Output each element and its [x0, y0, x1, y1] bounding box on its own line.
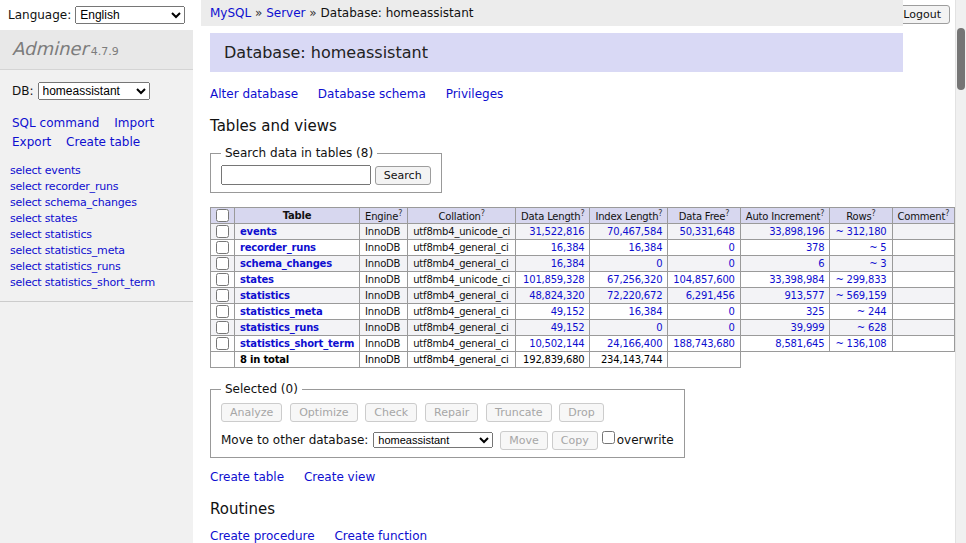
row-checkbox[interactable] — [216, 337, 229, 350]
rows-link[interactable]: ~ 569,159 — [835, 290, 886, 301]
table-link-statistics-runs[interactable]: statistics_runs — [240, 322, 319, 333]
data-length-link[interactable]: 49,152 — [551, 306, 585, 317]
sidebar-select-link-events[interactable]: select — [10, 164, 41, 177]
link-create-table[interactable]: Create table — [210, 470, 284, 484]
data-free-link[interactable]: 0 — [729, 258, 735, 269]
help-link[interactable]: ? — [580, 209, 584, 218]
sidebar-select-link-schema-changes[interactable]: select — [10, 196, 41, 209]
data-length-link[interactable]: 16,384 — [551, 242, 585, 253]
breadcrumb-link-server[interactable]: Server — [266, 6, 305, 20]
sidebar-table-link-states[interactable]: states — [45, 212, 77, 225]
index-length-link[interactable]: 16,384 — [629, 242, 663, 253]
language-select[interactable]: English — [75, 6, 185, 24]
data-length-link[interactable]: 48,824,320 — [529, 290, 584, 301]
auto-increment-link[interactable]: 6 — [818, 258, 824, 269]
data-free-link[interactable]: 0 — [729, 242, 735, 253]
overwrite-checkbox[interactable] — [602, 431, 615, 444]
sidebar-link-import[interactable]: Import — [114, 116, 154, 130]
table-link-events[interactable]: events — [240, 226, 277, 237]
sidebar-select-link-statistics[interactable]: select — [10, 228, 41, 241]
auto-increment-link[interactable]: 378 — [806, 242, 825, 253]
sidebar-table-link-statistics-runs[interactable]: statistics_runs — [45, 260, 121, 273]
sidebar-table-link-statistics-meta[interactable]: statistics_meta — [45, 244, 125, 257]
vertical-scrollbar[interactable] — [955, 0, 966, 543]
help-link[interactable]: ? — [725, 209, 729, 218]
breadcrumb-link-mysql[interactable]: MySQL — [210, 6, 251, 20]
table-link-recorder-runs[interactable]: recorder_runs — [240, 242, 316, 253]
auto-increment-link[interactable]: 33,898,196 — [769, 226, 824, 237]
help-link[interactable]: ? — [945, 209, 949, 218]
sidebar-table-link-statistics-short-term[interactable]: statistics_short_term — [45, 276, 155, 289]
row-checkbox[interactable] — [216, 321, 229, 334]
sidebar-select-link-recorder-runs[interactable]: select — [10, 180, 41, 193]
index-length-link[interactable]: 0 — [656, 258, 662, 269]
search-button[interactable]: Search — [375, 166, 431, 185]
row-checkbox[interactable] — [216, 225, 229, 238]
button-drop[interactable]: Drop — [559, 403, 603, 422]
data-free-link[interactable]: 188,743,680 — [673, 338, 734, 349]
adminer-logo-link[interactable]: Adminer — [12, 38, 88, 59]
help-link[interactable]: ? — [658, 209, 662, 218]
rows-link[interactable]: ~ 5 — [869, 242, 886, 253]
index-length-link[interactable]: 24,166,400 — [607, 338, 662, 349]
sidebar-table-link-schema-changes[interactable]: schema_changes — [45, 196, 137, 209]
auto-increment-link[interactable]: 39,999 — [791, 322, 825, 333]
sidebar-link-create-table[interactable]: Create table — [66, 135, 140, 149]
rows-link[interactable]: ~ 299,833 — [835, 274, 886, 285]
index-length-link[interactable]: 16,384 — [629, 306, 663, 317]
move-button[interactable]: Move — [500, 431, 548, 450]
table-link-statistics-short-term[interactable]: statistics_short_term — [240, 338, 354, 349]
table-link-states[interactable]: states — [240, 274, 274, 285]
link-create-view[interactable]: Create view — [304, 470, 375, 484]
search-input[interactable] — [221, 165, 371, 185]
db-link-database-schema[interactable]: Database schema — [318, 87, 426, 101]
data-length-link[interactable]: 49,152 — [551, 322, 585, 333]
rows-link[interactable]: ~ 3 — [869, 258, 886, 269]
move-db-select[interactable]: homeassistant — [373, 432, 493, 448]
index-length-link[interactable]: 72,220,672 — [607, 290, 662, 301]
help-link[interactable]: ? — [820, 209, 824, 218]
data-free-link[interactable]: 6,291,456 — [686, 290, 735, 301]
link-create-procedure[interactable]: Create procedure — [210, 529, 315, 543]
auto-increment-link[interactable]: 8,581,645 — [775, 338, 824, 349]
sidebar-select-link-statistics-short-term[interactable]: select — [10, 276, 41, 289]
link-create-function[interactable]: Create function — [334, 529, 427, 543]
button-analyze[interactable]: Analyze — [221, 403, 282, 422]
help-link[interactable]: ? — [481, 209, 485, 218]
button-check[interactable]: Check — [365, 403, 417, 422]
scrollbar-thumb[interactable] — [957, 28, 965, 90]
sidebar-link-sql-command[interactable]: SQL command — [12, 116, 99, 130]
sidebar-table-link-recorder-runs[interactable]: recorder_runs — [45, 180, 119, 193]
select-all-checkbox[interactable] — [216, 209, 229, 222]
db-link-privileges[interactable]: Privileges — [446, 87, 504, 101]
table-link-schema-changes[interactable]: schema_changes — [240, 258, 332, 269]
sidebar-table-link-events[interactable]: events — [45, 164, 81, 177]
index-length-link[interactable]: 0 — [656, 322, 662, 333]
row-checkbox[interactable] — [216, 241, 229, 254]
table-link-statistics-meta[interactable]: statistics_meta — [240, 306, 322, 317]
sidebar-link-export[interactable]: Export — [12, 135, 51, 149]
row-checkbox[interactable] — [216, 273, 229, 286]
data-length-link[interactable]: 10,502,144 — [529, 338, 584, 349]
sidebar-select-link-statistics-meta[interactable]: select — [10, 244, 41, 257]
button-repair[interactable]: Repair — [425, 403, 478, 422]
rows-link[interactable]: ~ 244 — [857, 306, 887, 317]
button-truncate[interactable]: Truncate — [486, 403, 551, 422]
data-free-link[interactable]: 0 — [729, 306, 735, 317]
data-length-link[interactable]: 16,384 — [551, 258, 585, 269]
data-free-link[interactable]: 0 — [729, 322, 735, 333]
row-checkbox[interactable] — [216, 305, 229, 318]
data-length-link[interactable]: 31,522,816 — [529, 226, 584, 237]
data-free-link[interactable]: 50,331,648 — [680, 226, 735, 237]
sidebar-select-link-statistics-runs[interactable]: select — [10, 260, 41, 273]
data-length-link[interactable]: 101,859,328 — [523, 274, 584, 285]
button-optimize[interactable]: Optimize — [290, 403, 357, 422]
db-link-alter-database[interactable]: Alter database — [210, 87, 298, 101]
db-select[interactable]: homeassistant — [38, 82, 150, 100]
auto-increment-link[interactable]: 33,398,984 — [769, 274, 824, 285]
row-checkbox[interactable] — [216, 257, 229, 270]
auto-increment-link[interactable]: 913,577 — [784, 290, 824, 301]
rows-link[interactable]: ~ 136,108 — [835, 338, 886, 349]
help-link[interactable]: ? — [398, 209, 402, 218]
copy-button[interactable]: Copy — [552, 431, 598, 450]
